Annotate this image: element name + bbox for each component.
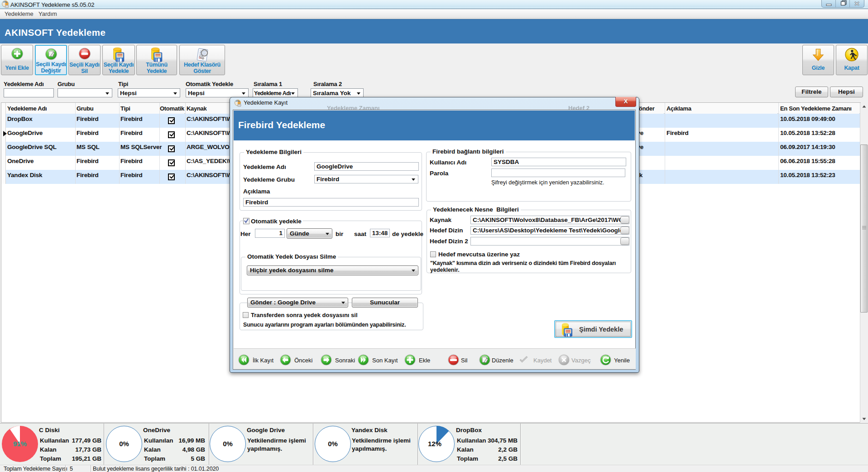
svg-text:0%: 0% [223, 440, 233, 448]
svg-text:0%: 0% [328, 440, 338, 448]
svg-text:12%: 12% [428, 440, 441, 448]
svg-text:91%: 91% [13, 440, 27, 448]
svg-text:0%: 0% [119, 440, 129, 448]
